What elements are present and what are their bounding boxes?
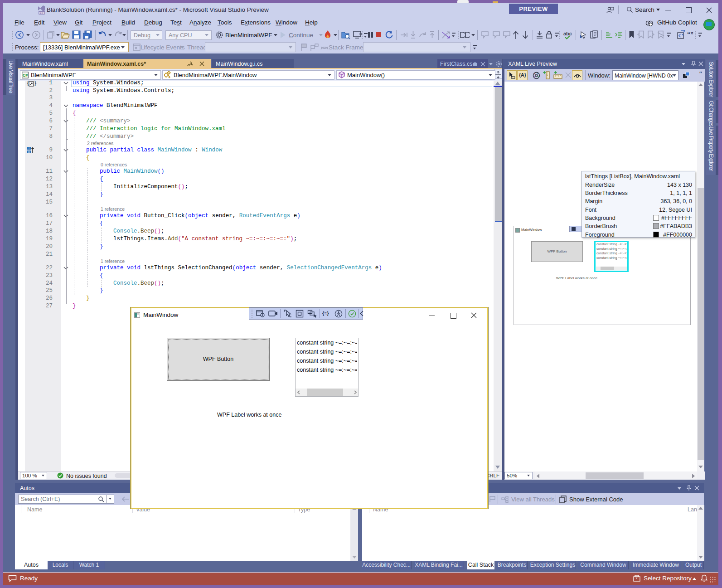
svg-text:PRE: PRE [39, 12, 44, 15]
svg-text:O: O [28, 151, 30, 153]
svg-text:C#: C# [23, 73, 28, 78]
